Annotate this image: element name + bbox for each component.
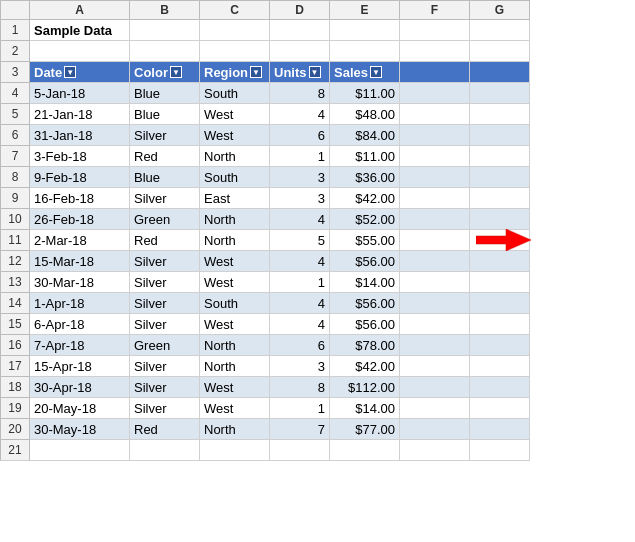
cell-b11[interactable]: Red bbox=[130, 230, 200, 251]
sales-filter[interactable]: Sales ▼ bbox=[334, 65, 382, 80]
col-header-c[interactable]: C bbox=[200, 0, 270, 20]
sales-filter-arrow[interactable]: ▼ bbox=[370, 66, 382, 78]
cell-e20[interactable]: $77.00 bbox=[330, 419, 400, 440]
date-filter[interactable]: Date ▼ bbox=[34, 65, 76, 80]
cell-d17[interactable]: 3 bbox=[270, 356, 330, 377]
cell-a11[interactable]: 2-Mar-18 bbox=[30, 230, 130, 251]
cell-d4[interactable]: 8 bbox=[270, 83, 330, 104]
cell-e14[interactable]: $56.00 bbox=[330, 293, 400, 314]
col-header-a[interactable]: A bbox=[30, 0, 130, 20]
cell-e13[interactable]: $14.00 bbox=[330, 272, 400, 293]
col-header-e[interactable]: E bbox=[330, 0, 400, 20]
cell-b20[interactable]: Red bbox=[130, 419, 200, 440]
cell-b14[interactable]: Silver bbox=[130, 293, 200, 314]
cell-e6[interactable]: $84.00 bbox=[330, 125, 400, 146]
cell-d15[interactable]: 4 bbox=[270, 314, 330, 335]
cell-a1[interactable]: Sample Data bbox=[30, 20, 130, 41]
cell-e10[interactable]: $52.00 bbox=[330, 209, 400, 230]
cell-d18[interactable]: 8 bbox=[270, 377, 330, 398]
cell-d7[interactable]: 1 bbox=[270, 146, 330, 167]
cell-a17[interactable]: 15-Apr-18 bbox=[30, 356, 130, 377]
color-filter-arrow[interactable]: ▼ bbox=[170, 66, 182, 78]
cell-e17[interactable]: $42.00 bbox=[330, 356, 400, 377]
cell-a14[interactable]: 1-Apr-18 bbox=[30, 293, 130, 314]
cell-b18[interactable]: Silver bbox=[130, 377, 200, 398]
cell-a4[interactable]: 5-Jan-18 bbox=[30, 83, 130, 104]
cell-a7[interactable]: 3-Feb-18 bbox=[30, 146, 130, 167]
cell-c11[interactable]: North bbox=[200, 230, 270, 251]
cell-e11[interactable]: $55.00 bbox=[330, 230, 400, 251]
cell-a8[interactable]: 9-Feb-18 bbox=[30, 167, 130, 188]
cell-c3-region[interactable]: Region ▼ bbox=[200, 62, 270, 83]
cell-b5[interactable]: Blue bbox=[130, 104, 200, 125]
cell-c14[interactable]: South bbox=[200, 293, 270, 314]
cell-d12[interactable]: 4 bbox=[270, 251, 330, 272]
cell-e8[interactable]: $36.00 bbox=[330, 167, 400, 188]
region-filter-arrow[interactable]: ▼ bbox=[250, 66, 262, 78]
cell-a10[interactable]: 26-Feb-18 bbox=[30, 209, 130, 230]
cell-d13[interactable]: 1 bbox=[270, 272, 330, 293]
col-header-b[interactable]: B bbox=[130, 0, 200, 20]
cell-c16[interactable]: North bbox=[200, 335, 270, 356]
cell-c12[interactable]: West bbox=[200, 251, 270, 272]
cell-c19[interactable]: West bbox=[200, 398, 270, 419]
cell-e15[interactable]: $56.00 bbox=[330, 314, 400, 335]
cell-d3-units[interactable]: Units ▼ bbox=[270, 62, 330, 83]
cell-e5[interactable]: $48.00 bbox=[330, 104, 400, 125]
cell-e4[interactable]: $11.00 bbox=[330, 83, 400, 104]
cell-c5[interactable]: West bbox=[200, 104, 270, 125]
cell-b19[interactable]: Silver bbox=[130, 398, 200, 419]
cell-d6[interactable]: 6 bbox=[270, 125, 330, 146]
cell-d8[interactable]: 3 bbox=[270, 167, 330, 188]
col-header-d[interactable]: D bbox=[270, 0, 330, 20]
cell-b3-color[interactable]: Color ▼ bbox=[130, 62, 200, 83]
cell-c13[interactable]: West bbox=[200, 272, 270, 293]
cell-d10[interactable]: 4 bbox=[270, 209, 330, 230]
cell-d16[interactable]: 6 bbox=[270, 335, 330, 356]
cell-d5[interactable]: 4 bbox=[270, 104, 330, 125]
cell-a6[interactable]: 31-Jan-18 bbox=[30, 125, 130, 146]
cell-e16[interactable]: $78.00 bbox=[330, 335, 400, 356]
cell-b12[interactable]: Silver bbox=[130, 251, 200, 272]
cell-c20[interactable]: North bbox=[200, 419, 270, 440]
cell-e7[interactable]: $11.00 bbox=[330, 146, 400, 167]
cell-e12[interactable]: $56.00 bbox=[330, 251, 400, 272]
cell-a9[interactable]: 16-Feb-18 bbox=[30, 188, 130, 209]
units-filter-arrow[interactable]: ▼ bbox=[309, 66, 321, 78]
cell-b10[interactable]: Green bbox=[130, 209, 200, 230]
cell-c18[interactable]: West bbox=[200, 377, 270, 398]
cell-b8[interactable]: Blue bbox=[130, 167, 200, 188]
cell-e18[interactable]: $112.00 bbox=[330, 377, 400, 398]
cell-d20[interactable]: 7 bbox=[270, 419, 330, 440]
cell-c7[interactable]: North bbox=[200, 146, 270, 167]
cell-a18[interactable]: 30-Apr-18 bbox=[30, 377, 130, 398]
cell-d19[interactable]: 1 bbox=[270, 398, 330, 419]
cell-c8[interactable]: South bbox=[200, 167, 270, 188]
cell-a16[interactable]: 7-Apr-18 bbox=[30, 335, 130, 356]
region-filter[interactable]: Region ▼ bbox=[204, 65, 262, 80]
cell-e9[interactable]: $42.00 bbox=[330, 188, 400, 209]
cell-c4[interactable]: South bbox=[200, 83, 270, 104]
col-header-f[interactable]: F bbox=[400, 0, 470, 20]
cell-a20[interactable]: 30-May-18 bbox=[30, 419, 130, 440]
cell-d14[interactable]: 4 bbox=[270, 293, 330, 314]
cell-b9[interactable]: Silver bbox=[130, 188, 200, 209]
cell-c9[interactable]: East bbox=[200, 188, 270, 209]
color-filter[interactable]: Color ▼ bbox=[134, 65, 182, 80]
cell-a5[interactable]: 21-Jan-18 bbox=[30, 104, 130, 125]
date-filter-arrow[interactable]: ▼ bbox=[64, 66, 76, 78]
cell-b13[interactable]: Silver bbox=[130, 272, 200, 293]
cell-b4[interactable]: Blue bbox=[130, 83, 200, 104]
cell-a15[interactable]: 6-Apr-18 bbox=[30, 314, 130, 335]
cell-c10[interactable]: North bbox=[200, 209, 270, 230]
cell-c17[interactable]: North bbox=[200, 356, 270, 377]
cell-b15[interactable]: Silver bbox=[130, 314, 200, 335]
units-filter[interactable]: Units ▼ bbox=[274, 65, 321, 80]
cell-b16[interactable]: Green bbox=[130, 335, 200, 356]
cell-d11[interactable]: 5 bbox=[270, 230, 330, 251]
cell-a12[interactable]: 15-Mar-18 bbox=[30, 251, 130, 272]
cell-a13[interactable]: 30-Mar-18 bbox=[30, 272, 130, 293]
cell-b7[interactable]: Red bbox=[130, 146, 200, 167]
cell-d9[interactable]: 3 bbox=[270, 188, 330, 209]
cell-a3-date[interactable]: Date ▼ bbox=[30, 62, 130, 83]
